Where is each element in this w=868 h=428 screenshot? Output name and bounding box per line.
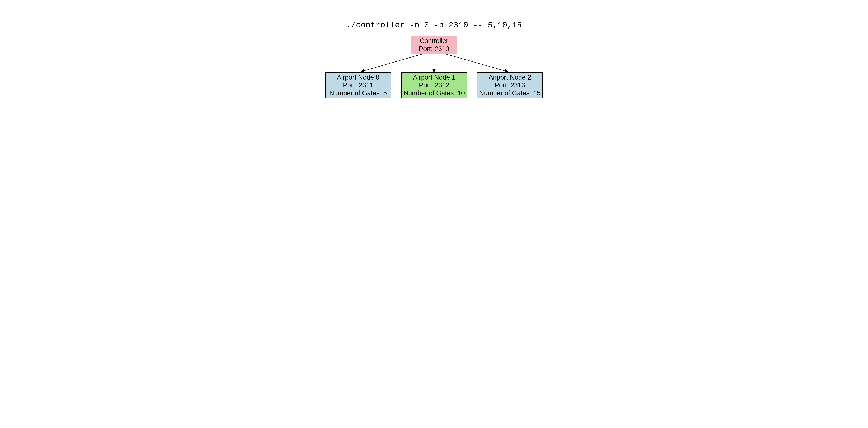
controller-node: Controller Port: 2310 <box>410 36 458 54</box>
edge-controller-to-airport-2 <box>446 54 507 71</box>
airport-2-gates: Number of Gates: 15 <box>479 89 540 97</box>
airport-node-1: Airport Node 1 Port: 2312 Number of Gate… <box>401 72 467 98</box>
airport-0-title: Airport Node 0 <box>337 73 379 82</box>
airport-1-title: Airport Node 1 <box>413 73 455 82</box>
airport-0-port: Port: 2311 <box>343 81 373 89</box>
airport-node-2: Airport Node 2 Port: 2313 Number of Gate… <box>477 72 543 98</box>
airport-1-port: Port: 2312 <box>419 81 449 89</box>
edge-controller-to-airport-0 <box>362 54 422 71</box>
controller-title: Controller <box>420 37 448 45</box>
airport-1-gates: Number of Gates: 10 <box>404 89 465 97</box>
command-line-text: ./controller -n 3 -p 2310 -- 5,10,15 <box>302 21 566 30</box>
airport-2-title: Airport Node 2 <box>489 73 531 82</box>
airport-node-0: Airport Node 0 Port: 2311 Number of Gate… <box>325 72 391 98</box>
controller-port: Port: 2310 <box>419 45 449 53</box>
diagram-canvas: ./controller -n 3 -p 2310 -- 5,10,15 Con… <box>302 0 566 114</box>
airport-0-gates: Number of Gates: 5 <box>329 89 387 97</box>
airport-2-port: Port: 2313 <box>495 81 525 89</box>
